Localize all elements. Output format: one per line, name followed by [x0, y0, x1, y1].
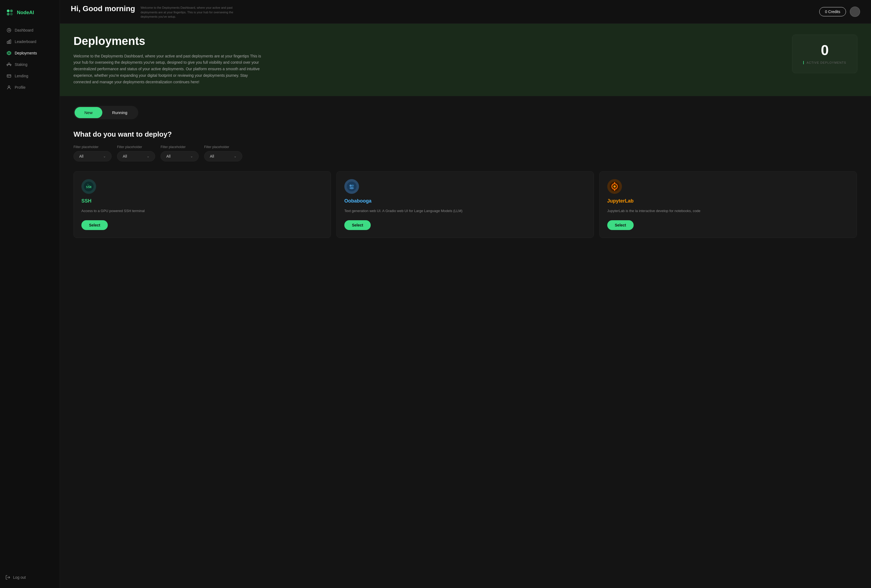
ooba-card-icon: [344, 179, 359, 194]
sidebar-item-deployments[interactable]: Deployments: [3, 48, 57, 58]
svg-point-15: [10, 64, 11, 65]
hero-section: Deployments Welcome to the Deployments D…: [60, 24, 871, 96]
header: Hi, Good morning Welcome to the Deployme…: [60, 0, 871, 24]
ooba-card-desc: Text generation web UI. A Gradio web UI …: [344, 208, 586, 214]
svg-text:›_: ›_: [88, 183, 90, 186]
header-left: Hi, Good morning Welcome to the Deployme…: [71, 4, 238, 19]
hero-title: Deployments: [73, 34, 264, 48]
svg-rect-16: [7, 75, 11, 77]
dashboard-icon: [6, 28, 12, 33]
tab-running[interactable]: Running: [102, 107, 137, 118]
ssh-select-button[interactable]: Select: [81, 220, 108, 230]
svg-rect-9: [9, 40, 9, 43]
ssh-card-title: SSH: [81, 198, 323, 204]
ssh-icon-svg: SSH ›_: [84, 182, 94, 192]
ooba-icon-svg: [347, 182, 356, 192]
filter-value-1: All: [79, 154, 84, 159]
svg-rect-8: [7, 41, 8, 43]
cards-row: SSH ›_ SSH Access to a GPU powered SSH t…: [73, 171, 858, 238]
filter-select-1[interactable]: All ⌄: [73, 151, 112, 162]
ooba-select-button[interactable]: Select: [344, 220, 371, 230]
filter-label-2: Filter placeholder: [117, 145, 155, 149]
profile-icon: [6, 85, 12, 90]
sidebar: NodeAI Dashboard: [0, 0, 60, 588]
svg-point-0: [7, 9, 9, 12]
card-oobabooga: Oobabooga Text generation web UI. A Grad…: [337, 171, 594, 238]
profile-label: Profile: [15, 85, 25, 90]
svg-point-27: [350, 187, 354, 189]
filter-group-1: Filter placeholder All ⌄: [73, 145, 112, 162]
chevron-down-icon-1: ⌄: [103, 154, 106, 158]
main-content: Hi, Good morning Welcome to the Deployme…: [60, 0, 871, 588]
filters-row: Filter placeholder All ⌄ Filter placehol…: [73, 145, 858, 162]
sidebar-item-leaderboard[interactable]: Leaderboard: [3, 36, 57, 47]
svg-rect-32: [614, 189, 615, 191]
svg-point-2: [7, 13, 9, 15]
svg-point-30: [614, 186, 616, 187]
filter-select-3[interactable]: All ⌄: [160, 151, 199, 162]
svg-point-13: [8, 63, 10, 64]
filter-group-2: Filter placeholder All ⌄: [117, 145, 155, 162]
hero-description: Welcome to the Deployments Dashboard, wh…: [73, 53, 264, 85]
chevron-down-icon-3: ⌄: [190, 154, 193, 158]
svg-point-1: [10, 9, 13, 12]
logout-icon: [6, 575, 10, 580]
header-subtitle: Welcome to the Deployments Dashboard, wh…: [141, 4, 238, 19]
svg-marker-11: [7, 51, 11, 55]
svg-point-3: [10, 13, 13, 15]
chevron-down-icon-2: ⌄: [147, 154, 150, 158]
filter-select-4[interactable]: All ⌄: [204, 151, 242, 162]
svg-point-5: [9, 30, 9, 31]
svg-point-19: [8, 86, 10, 87]
jupyter-card-title: JupyterLab: [607, 198, 849, 204]
avatar[interactable]: [850, 6, 860, 17]
ssh-card-icon: SSH ›_: [81, 179, 96, 194]
deployments-icon: [6, 51, 12, 55]
nav-section: Dashboard Leaderboard Deployments: [0, 25, 60, 572]
deployments-label: Deployments: [15, 51, 37, 55]
card-ssh: SSH ›_ SSH Access to a GPU powered SSH t…: [73, 171, 331, 238]
sidebar-item-profile[interactable]: Profile: [3, 82, 57, 93]
filter-value-4: All: [210, 154, 214, 159]
jupyter-card-desc: JupyterLab is the la interactive develop…: [607, 208, 849, 214]
logout-button[interactable]: Log out: [0, 572, 60, 582]
svg-point-24: [347, 182, 356, 192]
dashboard-label: Dashboard: [15, 28, 33, 32]
hero-left: Deployments Welcome to the Deployments D…: [73, 34, 264, 85]
filter-value-2: All: [123, 154, 127, 159]
logo-icon: [6, 8, 14, 17]
sidebar-item-dashboard[interactable]: Dashboard: [3, 25, 57, 35]
lending-icon: [6, 73, 12, 78]
chevron-down-icon-4: ⌄: [234, 154, 236, 158]
filter-value-3: All: [166, 154, 171, 159]
page-content: Deployments Welcome to the Deployments D…: [60, 24, 871, 588]
card-jupyterlab: JupyterLab JupyterLab is the la interact…: [599, 171, 857, 238]
ssh-card-desc: Access to a GPU powered SSH terminal: [81, 208, 323, 214]
filter-label-3: Filter placeholder: [160, 145, 199, 149]
sidebar-item-lending[interactable]: Lending: [3, 71, 57, 81]
leaderboard-label: Leaderboard: [15, 39, 36, 44]
active-deployments-card: 0 ACTIVE DEPLOYMENTS: [792, 34, 858, 73]
sidebar-item-staking[interactable]: Staking: [3, 59, 57, 70]
credits-button[interactable]: 0 Credits: [819, 7, 846, 16]
svg-rect-10: [10, 40, 11, 43]
active-count: 0: [803, 43, 846, 57]
credits-label: 0 Credits: [825, 9, 840, 14]
header-right: 0 Credits: [819, 6, 860, 17]
section-title: What do you want to deploy?: [73, 130, 858, 139]
filter-select-2[interactable]: All ⌄: [117, 151, 155, 162]
active-label: ACTIVE DEPLOYMENTS: [803, 61, 846, 64]
svg-point-26: [352, 184, 354, 187]
svg-point-14: [7, 64, 8, 65]
jupyter-select-button[interactable]: Select: [607, 220, 634, 230]
jupyter-card-icon: [607, 179, 622, 194]
leaderboard-icon: [6, 39, 12, 44]
filter-label-4: Filter placeholder: [204, 145, 242, 149]
jupyter-icon-svg: [610, 182, 620, 192]
tab-new[interactable]: New: [75, 107, 102, 118]
staking-icon: [6, 62, 12, 67]
logout-label: Log out: [13, 575, 26, 579]
svg-marker-12: [8, 52, 10, 54]
app-name: NodeAI: [17, 10, 34, 15]
svg-point-25: [350, 184, 352, 187]
